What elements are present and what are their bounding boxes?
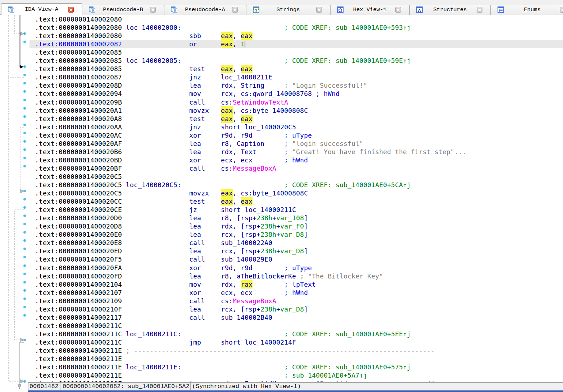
line-address: .text:000000014000211E (35, 355, 122, 363)
code-segment: ; CODE XREF: sub_140001AE0+593↑j (284, 23, 411, 32)
code-segment: 238h (256, 214, 272, 222)
disasm-line-38[interactable]: .text:000000014000211C (0, 322, 563, 330)
disasm-line-30[interactable]: .text:00000001400020F5callsub_1400029E0 (0, 255, 563, 263)
text-caret (245, 41, 245, 47)
disasm-line-39[interactable]: .text:000000014000211Cloc_14000211C:; CO… (0, 330, 563, 338)
disasm-line-1[interactable]: .text:0000000140002080 (0, 15, 563, 23)
disasm-line-4[interactable]: .text:0000000140002082oreax, 1 (0, 40, 563, 48)
tab-close-icon[interactable] (477, 7, 482, 13)
disasm-line-11[interactable]: .text:000000014000209Bcallcs:SetWindowTe… (0, 98, 563, 106)
code-segment: lea (189, 214, 201, 222)
code-segment: SetWindowTextA (233, 98, 288, 106)
code-segment: loc_1400020C5: (126, 181, 181, 189)
disasm-line-34[interactable]: .text:0000000140002107xorecx, ecx; hWnd (0, 289, 563, 297)
code-segment: test (189, 65, 205, 73)
disasm-line-29[interactable]: .text:00000001400020EDlearcx, [rsp+238h+… (0, 247, 563, 255)
disasm-line-19[interactable]: .text:00000001400020BFcallcs:MessageBoxA (0, 164, 563, 172)
code-segment: rdx, String (221, 81, 264, 89)
disasm-line-3[interactable]: .text:0000000140002080sbbeax, eax (0, 32, 563, 40)
tab-close-icon[interactable] (560, 7, 563, 13)
code-segment: + (276, 305, 280, 313)
disasm-line-27[interactable]: .text:00000001400020E0learcx, [rsp+238h+… (0, 230, 563, 239)
code-segment: call (189, 164, 205, 172)
disasm-line-25[interactable]: .text:00000001400020D0lear8, [rsp+238h+v… (0, 214, 563, 222)
tab-close-icon[interactable] (68, 7, 74, 13)
code-segment: ; lpText (284, 280, 316, 289)
disasm-line-41[interactable]: .text:000000014000211E; ----------------… (0, 346, 563, 355)
tab-close-icon[interactable] (232, 7, 238, 13)
code-segment: test (189, 115, 205, 123)
code-segment: lea (189, 247, 201, 255)
line-address: .text:00000001400020AF (35, 139, 122, 148)
tab-close-icon[interactable] (316, 7, 322, 13)
disasm-line-44[interactable]: .text:000000014000211E; sub_140001AE0+5A… (0, 371, 563, 379)
highlighted-register: eax (241, 32, 253, 40)
line-address: .text:00000001400020A8 (35, 115, 122, 123)
code-segment: ] (304, 247, 308, 255)
tab-structures[interactable]: AStructures (409, 5, 491, 15)
code-segment: mov (189, 280, 201, 289)
disasm-line-40[interactable]: .text:000000014000211Cjmpshort loc_14000… (0, 338, 563, 346)
tab-strings[interactable]: ‘s’Strings (246, 5, 330, 15)
disasm-line-13[interactable]: .text:00000001400020A8testeax, eax (0, 115, 563, 123)
line-address: .text:00000001400020AC (35, 131, 122, 139)
disasm-line-18[interactable]: .text:00000001400020BDxorecx, ecx; hWnd (0, 156, 563, 164)
code-segment: cs: (221, 98, 233, 106)
code-segment: var_D8 (280, 305, 304, 313)
disasm-line-6[interactable]: .text:0000000140002085loc_140002085:; CO… (0, 56, 563, 65)
ida-view-a-disassembly[interactable]: .text:0000000140002080.text:000000014000… (0, 15, 563, 392)
code-segment: var_D8 (280, 230, 304, 239)
disasm-line-5[interactable]: .text:0000000140002085 (0, 48, 563, 56)
disasm-line-24[interactable]: .text:00000001400020CEjzshort loc_140002… (0, 206, 563, 214)
disasm-line-20[interactable]: .text:00000001400020C5 (0, 172, 563, 181)
disasm-line-15[interactable]: .text:00000001400020ACxorr9d, r9d; uType (0, 131, 563, 139)
disasm-line-10[interactable]: .text:0000000140002094movrcx, cs:qword_1… (0, 89, 563, 98)
tab-close-icon[interactable] (150, 7, 156, 13)
code-segment: r8, aTheBitlockerKe (221, 272, 296, 280)
code-segment: lea (189, 230, 201, 239)
tab-pseudocode-a[interactable]: Pseudocode-A (164, 5, 246, 15)
disasm-line-22[interactable]: .text:00000001400020C5movzxeax, cs:byte_… (0, 189, 563, 197)
disasm-line-12[interactable]: .text:00000001400020A1movzxeax, cs:byte_… (0, 106, 563, 115)
disasm-line-17[interactable]: .text:00000001400020B6leardx, Text; "Gre… (0, 148, 563, 156)
disasm-line-35[interactable]: .text:0000000140002109callcs:MessageBoxA (0, 297, 563, 305)
line-address: .text:00000001400020CE (35, 206, 122, 214)
disasm-line-28[interactable]: .text:00000001400020E8callsub_1400022A0 (0, 239, 563, 247)
disasm-line-37[interactable]: .text:0000000140002117callsub_140002B40 (0, 313, 563, 322)
code-segment: + (272, 214, 276, 222)
code-segment: 1 (241, 40, 245, 48)
disasm-line-2[interactable]: .text:0000000140002080loc_140002080:; CO… (0, 23, 563, 32)
disasm-line-26[interactable]: .text:00000001400020D8leardx, [rsp+238h+… (0, 222, 563, 230)
disasm-line-43[interactable]: .text:000000014000211Eloc_14000211E:; CO… (0, 363, 563, 371)
disasm-line-9[interactable]: .text:000000014000208Dleardx, String; "L… (0, 81, 563, 89)
tab-bar: IDA View-APseudocode-BPseudocode-A‘s’Str… (0, 0, 563, 15)
code-segment: rdx, (221, 280, 241, 289)
code-segment: rcx, [rsp+ (221, 305, 260, 313)
disasm-line-7[interactable]: .text:0000000140002085testeax, eax (0, 65, 563, 73)
disasm-line-14[interactable]: .text:00000001400020AAjnzshort loc_14000… (0, 123, 563, 131)
disasm-line-21[interactable]: .text:00000001400020C5loc_1400020C5:; CO… (0, 181, 563, 189)
disasm-line-32[interactable]: .text:00000001400020FDlear8, aTheBitlock… (0, 272, 563, 280)
disasm-line-23[interactable]: .text:00000001400020CCtesteax, eax (0, 197, 563, 206)
disasm-line-8[interactable]: .text:0000000140002087jnzloc_14000211E (0, 73, 563, 81)
code-segment: sub_1400022A0 (221, 239, 272, 247)
code-segment: ; CODE XREF: sub_140001AE0+59E↑j (284, 56, 411, 65)
code-segment: ; hWnd (316, 89, 340, 98)
tab-ida-view-a[interactable]: IDA View-A (1, 3, 82, 15)
tab-close-icon[interactable] (395, 7, 401, 13)
disasm-line-42[interactable]: .text:000000014000211E (0, 355, 563, 363)
line-address: .text:00000001400020FA (35, 264, 122, 272)
code-segment: test (189, 197, 205, 206)
tab-enums[interactable]: Enums (491, 5, 563, 15)
code-segment: ; uType (284, 131, 312, 139)
code-segment: , cs:byte_14000808C (233, 189, 308, 197)
code-segment: rcx, [rsp+ (221, 247, 260, 255)
disasm-line-33[interactable]: .text:0000000140002104movrdx, rax; lpTex… (0, 280, 563, 289)
disasm-line-36[interactable]: .text:000000014000210Flearcx, [rsp+238h+… (0, 305, 563, 313)
code-segment: rcx, [rsp+ (221, 230, 260, 239)
code-segment: loc_140002080: (126, 23, 181, 32)
tab-hex-view-1[interactable]: Hex View-1 (330, 5, 409, 15)
tab-pseudocode-b[interactable]: Pseudocode-B (82, 5, 164, 15)
disasm-line-16[interactable]: .text:00000001400020AFlear8, Caption; "l… (0, 139, 563, 148)
disasm-line-31[interactable]: .text:00000001400020FAxorr9d, r9d; uType (0, 264, 563, 272)
